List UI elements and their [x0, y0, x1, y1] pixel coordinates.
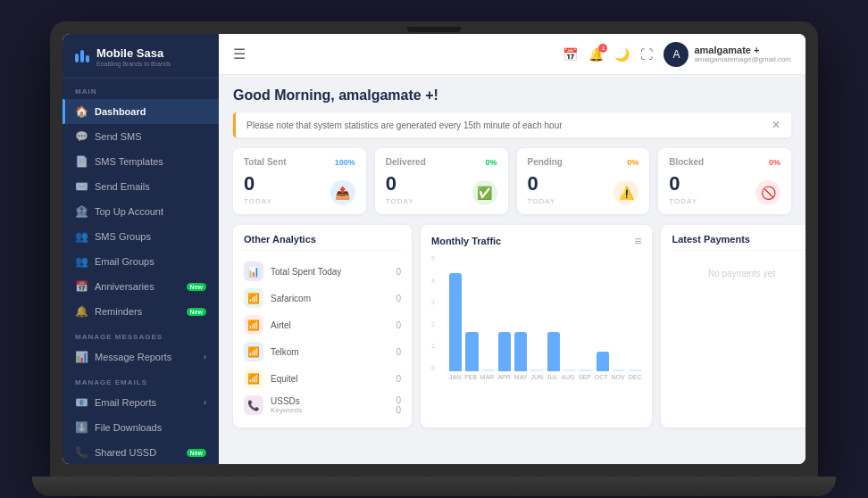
bottom-row: Other Analytics 📊 Total Spent Today 0 📶 … [233, 225, 791, 427]
chart-col-apr [498, 332, 511, 371]
latest-payments-title: Latest Payments [672, 234, 805, 251]
stat-total-sent-icon: 📤 [330, 180, 355, 205]
monthly-traffic-title: Monthly Traffic [431, 236, 501, 246]
fullscreen-icon[interactable]: ⛶ [640, 47, 653, 62]
laptop-base [32, 477, 836, 496]
sidebar-item-message-reports[interactable]: 📊 Message Reports › [63, 344, 219, 369]
email-groups-icon: 👥 [75, 255, 88, 268]
chart-bar-jun [530, 369, 543, 371]
stat-delivered-title: Delivered [386, 157, 426, 167]
sidebar-item-dashboard[interactable]: 🏠 Dashboard [63, 99, 219, 124]
sidebar-label-send-sms: Send SMS [95, 131, 142, 142]
traffic-menu-icon[interactable]: ≡ [634, 234, 641, 248]
stat-total-sent-title: Total Sent [244, 157, 287, 167]
ussds-icon: 📞 [244, 395, 263, 415]
notifications-icon[interactable]: 🔔 1 [588, 47, 604, 62]
chart-col-mar [482, 369, 495, 371]
calendar-icon[interactable]: 📅 [563, 47, 578, 62]
stat-total-sent: Total Sent 100% 0 TODAY 📤 [233, 148, 366, 214]
top-up-icon: 🏦 [75, 205, 88, 218]
analytics-item-telkom: 📶 Telkom 0 [244, 338, 401, 365]
sidebar-item-shared-ussd[interactable]: 📞 Shared USSD New [63, 440, 219, 464]
other-analytics-card: Other Analytics 📊 Total Spent Today 0 📶 … [233, 225, 412, 427]
message-reports-arrow: › [204, 353, 206, 361]
section-main-label: MAIN [63, 79, 219, 99]
chart-bar-sep [580, 369, 592, 371]
y-label-3: 3 [431, 299, 446, 305]
stat-delivered-pct: 0% [485, 158, 497, 167]
chart-col-jul [547, 332, 560, 371]
analytics-item-total-spent: 📊 Total Spent Today 0 [244, 258, 401, 285]
sidebar-item-sms-groups[interactable]: 👥 SMS Groups [63, 224, 219, 249]
stat-blocked-title: Blocked [669, 157, 704, 167]
chart-bar-apr [498, 332, 511, 371]
main-content: ☰ 📅 🔔 1 🌙 ⛶ A amalgamate + amalgamatemag… [219, 34, 805, 464]
chart-bar-mar [482, 369, 495, 371]
sidebar-label-file-downloads: File Downloads [95, 422, 162, 433]
ussds-value1: 0 [396, 395, 401, 405]
sidebar-item-anniversaries[interactable]: 📅 Anniversaries New [63, 274, 219, 299]
equitel-label: Equitel [271, 374, 388, 384]
sidebar-label-reminders: Reminders [95, 306, 142, 317]
analytics-item-ussds: 📞 USSDs Keywords 0 0 [244, 392, 401, 419]
user-avatar: A [664, 42, 689, 67]
y-label-1: 1 [431, 343, 446, 349]
chart-col-jan [449, 273, 462, 371]
stat-total-sent-pct: 100% [335, 158, 355, 167]
chart-bar-may [514, 332, 527, 371]
content-area: Good Morning, amalgamate +! Please note … [219, 75, 805, 464]
laptop-wrapper: Mobile Sasa Enabling Brands to Brands MA… [0, 0, 868, 498]
send-emails-icon: ✉️ [75, 180, 88, 193]
total-spent-label: Total Spent Today [271, 267, 388, 277]
stat-pending-title: Pending [528, 157, 563, 167]
menu-toggle-icon[interactable]: ☰ [233, 46, 246, 62]
section-manage-messages-label: MANAGE MESSAGES [63, 324, 219, 344]
stat-blocked: Blocked 0% 0 TODAY 🚫 [658, 148, 791, 214]
total-spent-icon: 📊 [244, 261, 263, 281]
chart-col-may [514, 332, 527, 371]
sms-groups-icon: 👥 [75, 230, 88, 243]
user-menu[interactable]: A amalgamate + amalgamatemage@gmail.com [664, 42, 791, 67]
analytics-item-equitel: 📶 Equitel 0 [244, 365, 401, 392]
anniversaries-icon: 📅 [75, 280, 88, 293]
theme-toggle-icon[interactable]: 🌙 [614, 47, 630, 62]
sidebar-label-shared-ussd: Shared USSD [95, 447, 156, 458]
chart-col-feb [465, 332, 478, 371]
airtel-label: Airtel [271, 320, 388, 330]
sidebar-label-email-reports: Email Reports [95, 397, 156, 408]
sidebar-item-top-up[interactable]: 🏦 Top Up Account [63, 199, 219, 224]
chart-bar-jul [547, 332, 560, 371]
sidebar-item-sms-templates[interactable]: 📄 SMS Templates [63, 149, 219, 174]
ussds-sub: Keywords [271, 406, 388, 414]
alert-close-button[interactable]: ✕ [772, 119, 780, 131]
laptop-screen: Mobile Sasa Enabling Brands to Brands MA… [63, 34, 805, 464]
chart-label-may: MAY [514, 374, 528, 380]
chart-label-oct: OCT [595, 374, 608, 380]
y-label-2: 2 [431, 321, 446, 328]
chart-bar-jan [449, 273, 462, 371]
chart-col-jun [530, 369, 543, 371]
monthly-traffic-card: Monthly Traffic ≡ 0 1 2 3 [421, 225, 652, 427]
sidebar-item-file-downloads[interactable]: ⬇️ File Downloads [63, 415, 219, 440]
sidebar-item-email-groups[interactable]: 👥 Email Groups [63, 249, 219, 274]
reminders-icon: 🔔 [75, 305, 88, 318]
notification-badge: 1 [598, 44, 607, 53]
chart-col-aug [563, 369, 576, 371]
sidebar-item-send-emails[interactable]: ✉️ Send Emails [63, 174, 219, 199]
chart-bar-aug [563, 369, 576, 371]
user-info: amalgamate + amalgamatemage@gmail.com [694, 45, 791, 63]
chart-bars [449, 255, 641, 371]
sidebar-item-email-reports[interactable]: 📧 Email Reports › [63, 390, 219, 415]
chart-bar-nov [613, 369, 625, 371]
chart-label-nov: NOV [612, 374, 625, 380]
chart-col-oct [597, 352, 609, 371]
sidebar-item-reminders[interactable]: 🔔 Reminders New [63, 299, 219, 324]
alert-banner: Please note that system statistics are g… [233, 112, 791, 137]
chart-col-dec [629, 369, 641, 371]
analytics-item-safaricom: 📶 Safaricom 0 [244, 285, 401, 311]
email-reports-icon: 📧 [75, 396, 88, 409]
sidebar-item-send-sms[interactable]: 💬 Send SMS [63, 124, 219, 149]
latest-payments-card: Latest Payments No payments yet [661, 225, 805, 427]
chart-label-feb: FEB [464, 374, 477, 380]
user-email: amalgamatemage@gmail.com [694, 55, 791, 63]
